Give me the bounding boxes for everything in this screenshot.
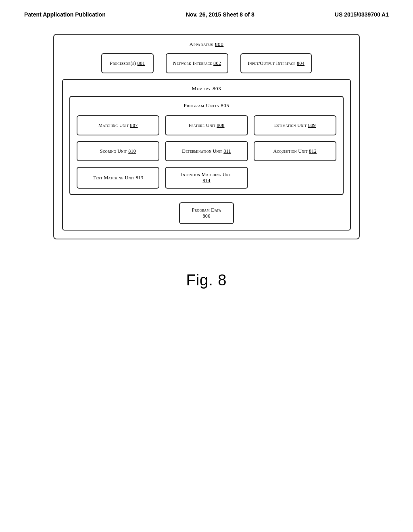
header-left: Patent Application Publication xyxy=(24,11,106,18)
matching-unit: Matching Unit 807 xyxy=(77,115,159,135)
program-units-title: Program Units 805 xyxy=(77,102,336,109)
determination-unit: Determination Unit 811 xyxy=(165,141,248,161)
units-grid-row3: Text Matching Unit 813 Intention Matchin… xyxy=(77,167,336,189)
program-units-box: Program Units 805 Matching Unit 807 Feat… xyxy=(69,96,344,195)
top-units-row: Processor(s) 801 Network Interface 802 I… xyxy=(62,53,351,73)
memory-title: Memory 803 xyxy=(69,85,344,92)
intention-matching-unit: Intention Matching Unit 814 xyxy=(165,167,248,189)
units-grid-row2: Scoring Unit 810 Determination Unit 811 … xyxy=(77,141,336,161)
network-interface-unit: Network Interface 802 xyxy=(166,53,228,73)
plus-sign: + xyxy=(397,517,401,524)
scoring-unit: Scoring Unit 810 xyxy=(77,141,159,161)
units-grid-row1: Matching Unit 807 Feature Unit 808 Estim… xyxy=(77,115,336,135)
fig-caption: Fig. 8 xyxy=(0,272,413,289)
apparatus-box: Apparatus 800 Processor(s) 801 Network I… xyxy=(53,34,360,239)
page-header: Patent Application Publication Nov. 26, … xyxy=(0,0,413,22)
empty-cell xyxy=(254,167,336,189)
diagram-area: Apparatus 800 Processor(s) 801 Network I… xyxy=(0,22,413,239)
memory-box: Memory 803 Program Units 805 Matching Un… xyxy=(62,79,351,231)
processor-unit: Processor(s) 801 xyxy=(101,53,154,73)
text-matching-unit: Text Matching Unit 813 xyxy=(77,167,159,189)
header-center: Nov. 26, 2015 Sheet 8 of 8 xyxy=(186,11,254,18)
program-data-box: Program Data 806 xyxy=(179,202,234,224)
header-right: US 2015/0339700 A1 xyxy=(335,11,389,18)
io-interface-unit: Input/Output Interface 804 xyxy=(240,53,312,73)
acquisition-unit: Acquisition Unit 812 xyxy=(254,141,336,161)
estimation-unit: Estimation Unit 809 xyxy=(254,115,336,135)
apparatus-title: Apparatus 800 xyxy=(62,41,351,48)
program-data-section: Program Data 806 xyxy=(69,202,344,224)
feature-unit: Feature Unit 808 xyxy=(165,115,248,135)
